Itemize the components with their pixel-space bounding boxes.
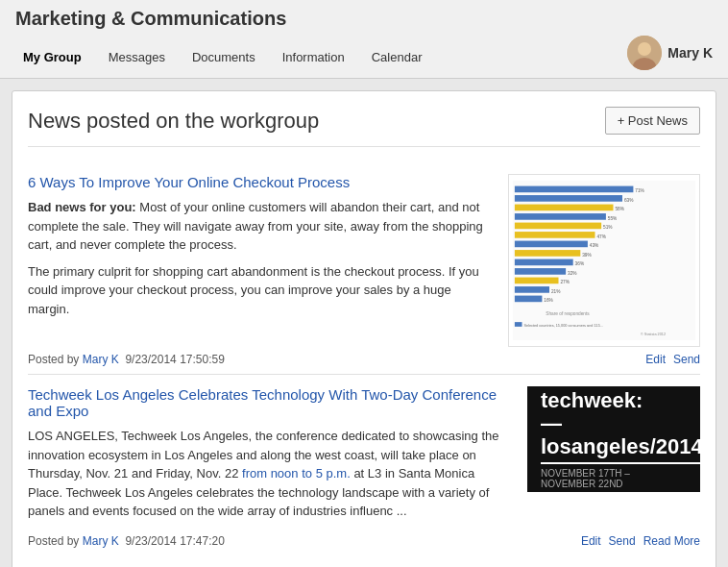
svg-rect-16 — [515, 241, 588, 248]
svg-rect-6 — [515, 195, 622, 202]
svg-text:© Statista 2012: © Statista 2012 — [641, 333, 666, 336]
edit-action[interactable]: Edit — [581, 534, 601, 548]
svg-text:16%: 16% — [544, 298, 553, 303]
techweek-line1: techweek: — [541, 389, 703, 412]
chart-image: 71% 63% 58% 55% 51% — [508, 174, 700, 347]
svg-rect-8 — [515, 205, 614, 211]
svg-text:21%: 21% — [551, 289, 561, 294]
news-item-text: Techweek Los Angeles Celebrates Technolo… — [28, 386, 512, 529]
user-profile: Mary K — [627, 36, 713, 78]
nav-information[interactable]: Information — [275, 42, 364, 72]
nav-messages[interactable]: Messages — [101, 42, 184, 72]
nav-bar: My Group Messages Documents Information … — [15, 36, 713, 78]
svg-rect-10 — [515, 213, 606, 220]
news-item-title[interactable]: Techweek Los Angeles Celebrates Technolo… — [28, 386, 512, 419]
svg-rect-31 — [515, 322, 522, 327]
svg-rect-22 — [515, 268, 566, 275]
nav-calendar[interactable]: Calendar — [364, 42, 442, 72]
post-actions: Edit Send — [645, 353, 700, 366]
svg-rect-26 — [515, 286, 549, 293]
svg-rect-24 — [515, 278, 559, 284]
svg-text:55%: 55% — [608, 216, 618, 221]
techweek-dates: NOVEMBER 17TH – NOVEMBER 22ND — [541, 468, 687, 489]
edit-action[interactable]: Edit — [645, 353, 666, 366]
techweek-logo: techweek: —losangeles/2014 — [541, 389, 703, 465]
post-actions: Edit Send Read More — [581, 534, 700, 548]
svg-text:Selected countries, 15,000 con: Selected countries, 15,000 consumers and… — [523, 324, 603, 328]
page-header: News posted on the workgroup + Post News — [28, 107, 700, 147]
news-item-body: LOS ANGELES, Techweek Los Angeles, the c… — [28, 427, 512, 521]
news-item: 6 Ways To Improve Your Online Checkout P… — [28, 162, 700, 375]
svg-rect-28 — [515, 296, 543, 303]
svg-rect-12 — [515, 223, 601, 230]
send-action[interactable]: Send — [609, 534, 636, 548]
news-item-body-1: Bad news for you: Most of your online cu… — [28, 198, 493, 255]
news-item-text: 6 Ways To Improve Your Online Checkout P… — [28, 174, 493, 347]
posted-by-label: Posted by — [28, 353, 79, 366]
news-item-image: techweek: —losangeles/2014 NOVEMBER 17TH… — [527, 386, 700, 529]
svg-text:Share of respondents: Share of respondents — [546, 311, 590, 316]
news-item-content: 6 Ways To Improve Your Online Checkout P… — [28, 174, 700, 347]
svg-rect-18 — [515, 250, 580, 257]
news-item-image: 71% 63% 58% 55% 51% — [508, 174, 700, 347]
send-action[interactable]: Send — [673, 353, 700, 366]
news-item-title[interactable]: 6 Ways To Improve Your Online Checkout P… — [28, 174, 493, 190]
svg-text:39%: 39% — [582, 253, 592, 258]
nav-documents[interactable]: Documents — [184, 42, 275, 72]
news-item-content: Techweek Los Angeles Celebrates Technolo… — [28, 386, 700, 529]
timestamp: 9/23/2014 17:47:20 — [125, 534, 224, 548]
main-content: News posted on the workgroup + Post News… — [12, 90, 716, 567]
read-more-action[interactable]: Read More — [643, 534, 700, 548]
timestamp: 9/23/2014 17:50:59 — [125, 353, 224, 366]
post-news-button[interactable]: + Post News — [605, 107, 700, 135]
svg-text:58%: 58% — [615, 207, 624, 211]
svg-point-1 — [638, 42, 651, 56]
svg-text:47%: 47% — [596, 234, 606, 239]
poster-name[interactable]: Mary K — [83, 534, 119, 548]
svg-text:27%: 27% — [560, 280, 570, 284]
nav-items: My Group Messages Documents Information … — [15, 42, 627, 72]
header: Marketing & Communications My Group Mess… — [0, 0, 728, 79]
news-item: Techweek Los Angeles Celebrates Technolo… — [28, 375, 700, 555]
svg-rect-14 — [515, 232, 595, 238]
techweek-image: techweek: —losangeles/2014 NOVEMBER 17TH… — [527, 386, 700, 492]
svg-text:32%: 32% — [568, 271, 577, 276]
news-item-body-2: The primary culprit for shopping cart ab… — [28, 262, 493, 319]
post-footer: Posted by Mary K 9/23/2014 17:50:59 Edit… — [28, 353, 700, 366]
posted-by-label: Posted by — [28, 534, 79, 548]
avatar — [627, 36, 662, 70]
svg-text:51%: 51% — [603, 225, 613, 230]
svg-rect-20 — [515, 259, 573, 266]
post-footer: Posted by Mary K 9/23/2014 17:47:20 Edit… — [28, 534, 700, 548]
svg-rect-4 — [515, 186, 634, 193]
page-title: News posted on the workgroup — [28, 109, 319, 134]
techweek-line2: —losangeles/2014 — [541, 412, 703, 458]
svg-text:43%: 43% — [590, 243, 599, 248]
svg-text:36%: 36% — [575, 261, 585, 266]
svg-text:63%: 63% — [624, 198, 634, 203]
poster-name[interactable]: Mary K — [83, 353, 119, 366]
app-title: Marketing & Communications — [15, 8, 713, 36]
nav-my-group[interactable]: My Group — [15, 42, 101, 72]
user-name: Mary K — [667, 45, 713, 61]
svg-text:71%: 71% — [635, 188, 644, 193]
app-container: Marketing & Communications My Group Mess… — [0, 0, 728, 567]
